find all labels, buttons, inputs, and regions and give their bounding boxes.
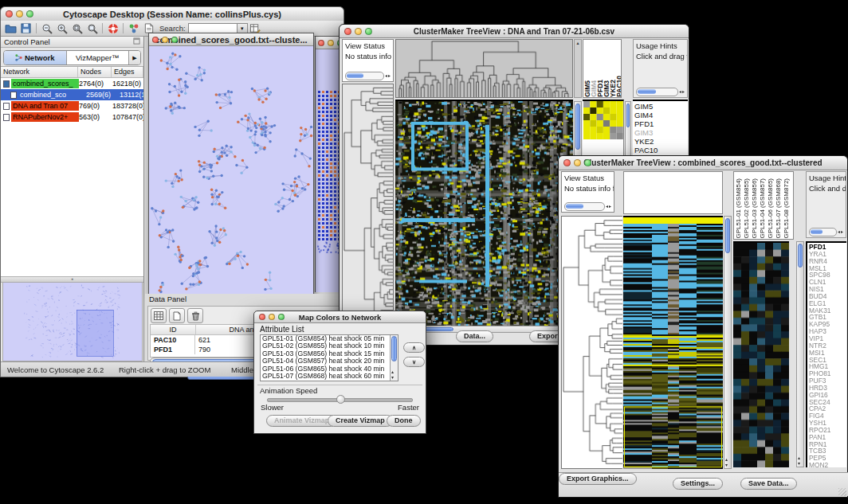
gene-label[interactable]: GIM3 [634, 128, 686, 137]
float-panel-icon[interactable] [133, 37, 140, 46]
animate-vizmap-button[interactable]: Animate Vizmap [266, 415, 337, 427]
view-status-scrollbar[interactable]: ◂ ▸ [564, 202, 611, 210]
zoom-in-button[interactable] [54, 21, 69, 35]
gene-label[interactable]: PAC10 [634, 146, 686, 154]
treeview-action-button[interactable]: Settings... [673, 478, 723, 490]
gene-label[interactable]: MON2 [809, 462, 845, 467]
label-scroll-strip[interactable]: ▴ [574, 39, 582, 98]
attribute-list-scrollbar[interactable]: ▴ ▾ [390, 335, 398, 381]
minimize-icon[interactable] [574, 159, 581, 166]
treeview-action-button[interactable]: Data... [456, 330, 493, 342]
usage-hints-scrollbar[interactable]: ◂ ▸ [809, 228, 843, 236]
close-icon[interactable] [563, 159, 571, 166]
heatmap-global-view[interactable] [395, 100, 573, 326]
new-attribute-button[interactable] [169, 308, 185, 323]
zoom-selected-button[interactable] [69, 21, 84, 35]
scroll-up-arrow-icon[interactable]: ▴ [798, 455, 800, 460]
gene-label[interactable]: GIM4 [634, 111, 686, 119]
main-titlebar[interactable]: Cytoscape Desktop (Session Name: collins… [1, 7, 344, 21]
open-file-button[interactable] [3, 21, 18, 35]
zoom-icon[interactable] [365, 28, 372, 35]
scroll-up-arrow-icon[interactable]: ▴ [725, 457, 728, 462]
resize-grip[interactable] [838, 488, 846, 496]
minimize-icon[interactable] [16, 10, 23, 18]
network-row[interactable]: RNAPuberNov2+ 563(0) 107847(0) [1, 111, 143, 123]
scroll-right-icon[interactable]: ▸ [388, 72, 391, 80]
scroll-up-arrow-icon[interactable]: ▴ [391, 369, 394, 374]
treeview-action-button[interactable]: Export Graphics... [559, 473, 637, 485]
close-icon[interactable] [6, 10, 13, 18]
attribute-item[interactable]: GPL51-07 (GSM868) heat shock 60 min [261, 373, 398, 380]
zoom-heatmap[interactable] [583, 101, 623, 139]
heatmap-global-view[interactable] [623, 216, 723, 469]
zoom-icon[interactable] [278, 314, 285, 320]
tab-network[interactable]: Network [4, 51, 67, 64]
save-button[interactable] [18, 21, 33, 35]
gene-label[interactable]: GIM5 [634, 102, 686, 111]
scroll-down-arrow-icon[interactable]: ▾ [798, 461, 800, 466]
treeview2-titlebar[interactable]: ClusterMaker TreeView : combined_scores_… [559, 156, 847, 170]
close-icon[interactable] [344, 28, 351, 35]
network-edges-count: 183728(0) [112, 100, 143, 111]
vizmapper-icon[interactable] [126, 21, 141, 35]
tab-overflow-icon[interactable]: ▶ [129, 51, 140, 64]
id-column-header[interactable]: ID [151, 325, 196, 334]
zoom-out-button[interactable] [39, 21, 54, 35]
minimize-icon[interactable] [269, 314, 275, 320]
gene-label[interactable]: YKE2 [634, 137, 686, 146]
scroll-down-arrow-icon[interactable]: ▾ [391, 375, 394, 380]
network-view1-titlebar[interactable]: combined_scores_good.txt--cluste... [149, 33, 313, 46]
row-dendrogram[interactable] [561, 216, 622, 469]
dialog-titlebar[interactable]: Map Colors to Network [254, 311, 426, 323]
close-icon[interactable] [259, 314, 265, 320]
zoom-vscrollbar[interactable]: ▴ ▾ [796, 241, 804, 467]
node-id: PFD1 [151, 345, 195, 354]
treeview1-titlebar[interactable]: ClusterMaker TreeView : DNA and Tran 07-… [340, 25, 689, 38]
zoom-icon[interactable] [584, 159, 591, 166]
close-icon[interactable] [318, 40, 324, 46]
gene-label[interactable]: PFD1 [634, 119, 686, 128]
scroll-left-icon[interactable]: ◂ [838, 229, 840, 236]
network-overview-navigator[interactable] [2, 282, 143, 361]
minimize-icon[interactable] [355, 28, 362, 35]
scroll-down-arrow-icon[interactable]: ▾ [725, 463, 728, 467]
zoom-icon[interactable] [171, 37, 178, 43]
heatmap-vscrollbar[interactable]: ▴ ▾ [724, 216, 732, 469]
move-down-button[interactable]: ∨ [403, 357, 425, 367]
scroll-left-icon[interactable]: ◂ [679, 88, 681, 96]
minimize-icon[interactable] [162, 37, 168, 43]
slider-thumb[interactable] [336, 395, 345, 404]
close-icon[interactable] [152, 37, 159, 43]
zoom-icon[interactable] [26, 10, 33, 18]
view-status-panel: View Status No status info f ◂ ▸ [342, 39, 394, 82]
scroll-right-icon[interactable]: ▸ [609, 203, 611, 210]
network-row[interactable]: DNA and Tran 07 769(0) 183728(0) [1, 100, 143, 111]
create-vizmap-button[interactable]: Create Vizmap [328, 415, 393, 427]
network-canvas-1[interactable] [149, 46, 313, 295]
usage-hints-scrollbar[interactable]: ◂ ▸ [636, 88, 685, 96]
scroll-up-arrow-icon[interactable]: ▴ [576, 41, 579, 45]
network-row[interactable]: combined_sco 2569(6) 13112(15) [1, 89, 143, 100]
delete-attribute-icon[interactable] [187, 308, 203, 323]
network-edges-count: 107847(0) [112, 111, 143, 123]
animation-speed-slider[interactable] [267, 398, 413, 402]
minimize-icon[interactable] [328, 40, 334, 46]
treeview-action-button[interactable]: Save Data... [740, 478, 797, 490]
select-attributes-button[interactable] [151, 308, 167, 323]
view-status-scrollbar[interactable]: ◂ ▸ [345, 72, 391, 80]
zoom-fit-button[interactable] [84, 21, 100, 35]
move-up-button[interactable]: ∧ [403, 342, 425, 353]
done-button[interactable]: Done [387, 415, 421, 427]
network-list-header[interactable]: Network Nodes Edges [1, 67, 143, 78]
network-row[interactable]: combined_scores_ 2764(0) 16218(0) [1, 78, 143, 89]
zoom-heatmap[interactable] [733, 241, 789, 467]
row-dendrogram[interactable] [342, 84, 394, 324]
scroll-right-icon[interactable]: ▸ [841, 229, 843, 236]
scroll-left-icon[interactable]: ◂ [606, 203, 608, 210]
slower-label: Slower [261, 403, 284, 412]
column-dendrogram[interactable] [395, 39, 573, 98]
tab-vizmapper[interactable]: VizMapper™ [67, 51, 130, 64]
scroll-right-icon[interactable]: ▸ [682, 88, 685, 96]
help-icon[interactable] [105, 21, 120, 35]
scroll-left-icon[interactable]: ◂ [385, 72, 387, 80]
